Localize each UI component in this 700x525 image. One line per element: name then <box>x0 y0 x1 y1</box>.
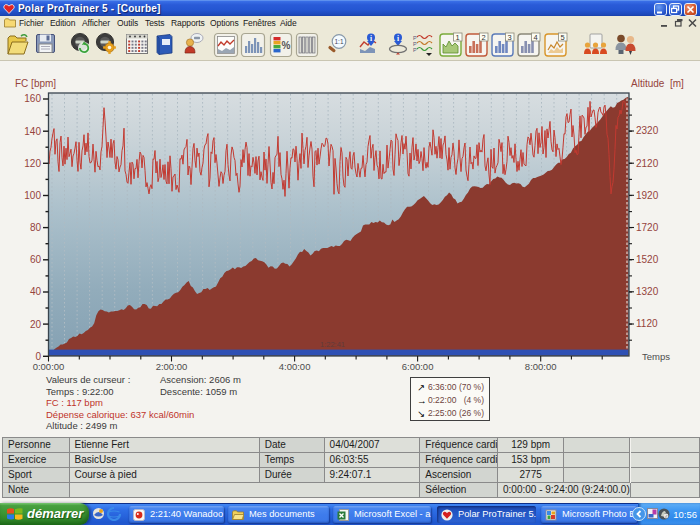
svg-text:3: 3 <box>508 33 512 42</box>
svg-text:♂: ♂ <box>664 513 668 519</box>
svg-text:P: P <box>413 47 417 53</box>
svg-text:1: 1 <box>456 33 460 42</box>
svg-text:8:00:00: 8:00:00 <box>525 361 557 372</box>
svg-text:%: % <box>282 40 291 51</box>
svg-text:2120: 2120 <box>636 158 659 169</box>
svg-text:1120: 1120 <box>636 318 658 329</box>
svg-text:1920: 1920 <box>636 190 659 201</box>
svg-text:40: 40 <box>30 286 42 297</box>
svg-text:FC [bpm]: FC [bpm] <box>15 78 56 89</box>
svg-text:140: 140 <box>24 126 41 137</box>
svg-text:2320: 2320 <box>636 125 659 136</box>
svg-text:6:00:00: 6:00:00 <box>402 361 434 372</box>
svg-text:0:00:00: 0:00:00 <box>33 361 65 372</box>
svg-text:1520: 1520 <box>636 254 659 265</box>
svg-text:100: 100 <box>24 190 41 201</box>
svg-text:1320: 1320 <box>636 286 659 297</box>
svg-text:Altitude [m]: Altitude [m] <box>631 78 684 89</box>
svg-text:4: 4 <box>534 33 538 42</box>
svg-text:2:00:00: 2:00:00 <box>156 361 188 372</box>
svg-text:Temps: Temps <box>642 351 670 362</box>
svg-text:20: 20 <box>30 319 42 330</box>
svg-text:4:00:00: 4:00:00 <box>279 361 311 372</box>
svg-text:120: 120 <box>24 158 41 169</box>
svg-text:80: 80 <box>30 222 42 233</box>
svg-text:5: 5 <box>561 33 565 42</box>
svg-text:160: 160 <box>24 93 41 104</box>
svg-text:1720: 1720 <box>636 222 659 233</box>
svg-text:60: 60 <box>30 254 42 265</box>
svg-text:1:22:41: 1:22:41 <box>320 340 345 349</box>
svg-text:1:1: 1:1 <box>334 38 343 45</box>
svg-text:2: 2 <box>482 33 486 42</box>
